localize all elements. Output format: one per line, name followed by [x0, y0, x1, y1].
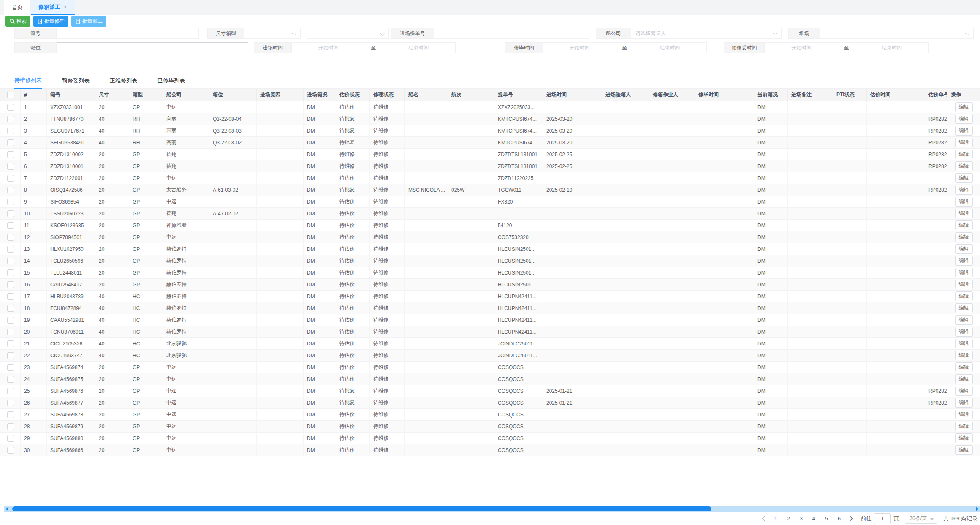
prev-page-icon[interactable] — [762, 516, 768, 521]
row-checkbox[interactable] — [7, 352, 14, 359]
edit-button[interactable]: 编辑 — [955, 445, 973, 455]
yard-select[interactable] — [820, 28, 974, 39]
edit-button[interactable]: 编辑 — [955, 398, 973, 408]
row-checkbox[interactable] — [7, 187, 14, 193]
edit-button[interactable]: 编辑 — [955, 161, 973, 171]
tab-home[interactable]: 首页 — [4, 0, 31, 15]
tab-repair-dispatch[interactable]: 修箱派工 × — [31, 0, 75, 15]
page-size-select[interactable]: 30条/页 — [905, 514, 937, 524]
scroll-left-icon[interactable] — [5, 507, 8, 511]
row-checkbox[interactable] — [7, 340, 14, 347]
entry-bl-input[interactable] — [434, 28, 589, 39]
size-select[interactable] — [244, 28, 301, 39]
page-number[interactable]: 3 — [797, 515, 805, 522]
edit-button[interactable]: 编辑 — [955, 185, 973, 195]
company-select[interactable]: 请选择营运人 — [631, 28, 782, 39]
entry-time-range[interactable]: 开始时间 至 结束时间 — [292, 42, 456, 53]
edit-button[interactable]: 编辑 — [955, 362, 973, 372]
row-checkbox[interactable] — [7, 329, 14, 335]
cell-vessel — [405, 302, 448, 314]
cell-entry_time: 2025-02-19 — [543, 184, 602, 196]
slot-input[interactable] — [57, 42, 248, 53]
edit-button[interactable]: 编辑 — [955, 291, 973, 301]
edit-button[interactable]: 编辑 — [955, 150, 973, 159]
page-number[interactable]: 5 — [822, 515, 831, 522]
edit-button[interactable]: 编辑 — [955, 173, 973, 183]
edit-button[interactable]: 编辑 — [955, 197, 973, 207]
edit-button[interactable]: 编辑 — [955, 256, 973, 266]
row-checkbox[interactable] — [7, 376, 14, 383]
row-checkbox[interactable] — [7, 435, 14, 442]
row-checkbox[interactable] — [7, 305, 14, 312]
list-tab[interactable]: 待维修列表 — [14, 74, 42, 89]
list-tab[interactable]: 正维修列表 — [110, 74, 137, 88]
next-page-icon[interactable] — [848, 516, 853, 521]
edit-button[interactable]: 编辑 — [955, 244, 973, 254]
batch-repair-done-button[interactable]: 批量修毕 — [33, 16, 68, 27]
edit-button[interactable]: 编辑 — [955, 280, 973, 289]
page-number[interactable]: 2 — [784, 515, 793, 522]
row-checkbox[interactable] — [7, 411, 14, 418]
cell-no: 4 — [21, 137, 47, 149]
edit-button[interactable]: 编辑 — [955, 410, 973, 419]
edit-button[interactable]: 编辑 — [955, 422, 973, 431]
row-checkbox[interactable] — [7, 246, 14, 253]
row-checkbox[interactable] — [7, 151, 14, 158]
row-checkbox[interactable] — [7, 210, 14, 217]
row-checkbox[interactable] — [7, 222, 14, 229]
batch-dispatch-button[interactable]: 批量派工 — [71, 16, 106, 27]
horizontal-scrollbar[interactable] — [4, 506, 980, 512]
row-checkbox[interactable] — [7, 163, 14, 170]
box-type-select[interactable] — [307, 28, 389, 39]
row-checkbox[interactable] — [7, 388, 14, 394]
container-no-input[interactable] — [57, 28, 199, 39]
row-checkbox[interactable] — [7, 104, 14, 111]
cell-entry_checker — [602, 149, 649, 160]
done-time-range[interactable]: 开始时间 至 结束时间 — [543, 42, 707, 53]
row-checkbox[interactable] — [7, 400, 14, 406]
row-checkbox[interactable] — [7, 139, 14, 146]
edit-button[interactable]: 编辑 — [955, 303, 973, 313]
edit-button[interactable]: 编辑 — [955, 268, 973, 277]
row-checkbox[interactable] — [7, 269, 14, 276]
row-checkbox[interactable] — [7, 258, 14, 264]
select-all-checkbox[interactable] — [7, 92, 14, 98]
edit-button[interactable]: 编辑 — [955, 351, 973, 360]
goto-page-input[interactable] — [874, 513, 891, 524]
list-tab[interactable]: 预修妥列表 — [62, 74, 90, 88]
page-number[interactable]: 6 — [835, 515, 843, 522]
row-checkbox[interactable] — [7, 317, 14, 324]
close-icon[interactable]: × — [64, 4, 67, 10]
edit-button[interactable]: 编辑 — [955, 433, 973, 443]
edit-button[interactable]: 编辑 — [955, 315, 973, 325]
page-number[interactable]: 1 — [771, 515, 780, 522]
row-checkbox[interactable] — [7, 423, 14, 430]
row-checkbox[interactable] — [7, 293, 14, 300]
edit-button[interactable]: 编辑 — [955, 339, 973, 348]
edit-button[interactable]: 编辑 — [955, 232, 973, 242]
scrollbar-thumb[interactable] — [12, 506, 711, 511]
row-checkbox[interactable] — [7, 199, 14, 205]
cell-est_status: 待估价 — [336, 433, 370, 444]
edit-button[interactable]: 编辑 — [955, 220, 973, 230]
page-number[interactable]: 4 — [809, 515, 818, 522]
list-tab[interactable]: 已修毕列表 — [157, 74, 185, 88]
row-checkbox[interactable] — [7, 128, 14, 134]
edit-button[interactable]: 编辑 — [955, 374, 973, 384]
edit-button[interactable]: 编辑 — [955, 327, 973, 337]
row-checkbox[interactable] — [7, 234, 14, 241]
search-button[interactable]: 检索 — [5, 16, 30, 27]
row-checkbox[interactable] — [7, 175, 14, 182]
edit-button[interactable]: 编辑 — [955, 102, 973, 112]
edit-button[interactable]: 编辑 — [955, 386, 973, 396]
edit-button[interactable]: 编辑 — [955, 114, 973, 124]
scroll-right-icon[interactable] — [976, 507, 979, 511]
edit-button[interactable]: 编辑 — [955, 126, 973, 136]
row-checkbox[interactable] — [7, 447, 14, 454]
pre-ready-time-range[interactable]: 开始时间 至 结束时间 — [765, 42, 929, 53]
row-checkbox[interactable] — [7, 364, 14, 371]
edit-button[interactable]: 编辑 — [955, 138, 973, 147]
edit-button[interactable]: 编辑 — [955, 209, 973, 218]
row-checkbox[interactable] — [7, 116, 14, 122]
row-checkbox[interactable] — [7, 281, 14, 288]
